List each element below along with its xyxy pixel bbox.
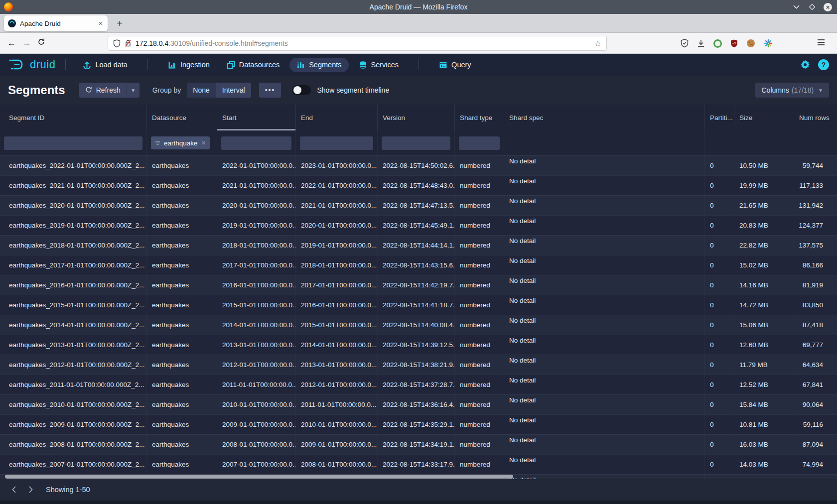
new-tab-button[interactable]: + (114, 18, 126, 29)
nav-item-load-data[interactable]: Load data (76, 58, 135, 72)
cell-segment-id: earthquakes_2018-01-01T00:00:00.000Z_2..… (0, 236, 147, 255)
column-header-num-rows[interactable]: Num rows (794, 105, 837, 130)
datasource-filter-chip[interactable]: earthquake× (151, 136, 210, 149)
tracking-shield-icon[interactable] (113, 39, 121, 48)
cell-shard-type: numbered (455, 255, 504, 275)
filter-cell-num-rows (794, 130, 837, 155)
toggle-knob (293, 86, 301, 94)
footer-strip (0, 501, 837, 504)
cell-version: 2022-08-15T14:34:19.1... (378, 435, 455, 454)
column-header-version[interactable]: Version (378, 105, 455, 130)
column-header-end[interactable]: End (296, 105, 378, 130)
cell-shard-type: numbered (455, 236, 504, 255)
cell-shard-spec: No detail (504, 375, 705, 394)
cell-shard-spec: No detail (504, 415, 705, 434)
nav-divider (418, 59, 419, 70)
cell-segment-id: earthquakes_2008-01-01T00:00:00.000Z_2..… (0, 435, 147, 454)
url-text: 172.18.0.4:30109/unified-console.html#se… (136, 39, 594, 47)
table-row: earthquakes_2015-01-01T00:00:00.000Z_2..… (0, 295, 837, 315)
column-header-datasource[interactable]: Datasource (147, 105, 217, 130)
nav-item-services[interactable]: Services (352, 58, 406, 72)
forward-icon[interactable]: → (19, 38, 34, 48)
url-bar[interactable]: 172.18.0.4:30109/unified-console.html#se… (108, 36, 607, 51)
cell-datasource: earthquakes (147, 236, 217, 255)
cell-start: 2012-01-01T00:00:00.0... (217, 355, 296, 375)
horizontal-scrollbar[interactable] (5, 475, 513, 479)
cell-version: 2022-08-15T14:48:43.0... (378, 176, 455, 195)
services-icon (359, 61, 367, 69)
cell-segment-id: earthquakes_2017-01-01T00:00:00.000Z_2..… (0, 255, 147, 275)
reload-icon[interactable] (34, 38, 49, 48)
filter-input-version[interactable] (382, 136, 450, 150)
chip-close-icon[interactable]: × (202, 139, 206, 147)
filter-input-end[interactable] (300, 136, 373, 150)
cell-segment-id: earthquakes_2011-01-01T00:00:00.000Z_2..… (0, 375, 147, 394)
cookie-icon[interactable] (746, 39, 755, 48)
refresh-button[interactable]: Refresh (79, 83, 127, 98)
cell-version: 2022-08-15T14:38:21.9... (378, 355, 455, 375)
nav-item-datasources[interactable]: Datasources (220, 58, 286, 72)
cell-shard-type: numbered (455, 275, 504, 295)
column-header-label: Segment ID (9, 114, 44, 122)
more-options-button[interactable]: ••• (259, 83, 281, 98)
cell-shard-spec: No detail (504, 216, 705, 235)
next-page-button[interactable] (24, 483, 38, 497)
pocket-shield-icon[interactable] (681, 39, 689, 48)
cell-num-rows: 87,094 (794, 435, 837, 454)
group-by-interval-button[interactable]: Interval (216, 83, 251, 98)
cell-datasource: earthquakes (147, 176, 217, 195)
window-titlebar: Apache Druid — Mozilla Firefox × (0, 0, 837, 14)
columns-button[interactable]: Columns (17/18) ▼ (755, 83, 829, 98)
cell-partition: 0 (705, 315, 734, 335)
filter-input-segment-id[interactable] (4, 136, 142, 150)
cell-version: 2022-08-15T14:47:13.5... (378, 196, 455, 215)
back-icon[interactable]: ← (4, 38, 19, 48)
tab-close-icon[interactable]: × (98, 19, 104, 27)
ublock-icon[interactable]: uO (730, 39, 738, 48)
previous-page-button[interactable] (7, 483, 21, 497)
settings-gear-icon[interactable] (800, 60, 810, 70)
column-header-partiti[interactable]: Partiti... (705, 105, 734, 130)
druid-logo[interactable]: druid (9, 58, 55, 71)
refresh-dropdown-button[interactable]: ▼ (127, 83, 140, 98)
pinwheel-icon[interactable] (764, 39, 773, 48)
column-header-segment-id[interactable]: Segment ID (0, 105, 147, 130)
extension-green-icon[interactable] (713, 39, 722, 48)
cell-segment-id: earthquakes_2007-01-01T00:00:00.000Z_2..… (0, 455, 147, 474)
cell-size: 12.52 MB (734, 375, 794, 394)
column-header-size[interactable]: Size (734, 105, 794, 130)
table-row: earthquakes_2018-01-01T00:00:00.000Z_2..… (0, 235, 837, 255)
nav-item-label: Segments (309, 61, 341, 69)
cell-datasource: earthquakes (147, 216, 217, 235)
column-header-shard-spec[interactable]: Shard spec (504, 105, 705, 130)
cell-start: 2007-01-01T00:00:00.0... (217, 455, 296, 474)
cell-end: 2017-01-01T00:00:00.0... (296, 275, 378, 295)
column-header-start[interactable]: Start (217, 105, 296, 130)
filter-input-start[interactable] (221, 136, 291, 150)
hamburger-menu-icon[interactable] (817, 39, 825, 46)
bookmark-star-icon[interactable]: ☆ (594, 39, 601, 48)
cell-version: 2022-08-15T14:36:16.4... (378, 395, 455, 414)
segment-timeline-toggle[interactable] (292, 85, 311, 95)
group-by-none-button[interactable]: None (187, 83, 215, 98)
cell-end: 2010-01-01T00:00:00.0... (296, 415, 378, 434)
column-header-shard-type[interactable]: Shard type (455, 105, 504, 130)
close-icon[interactable]: × (824, 3, 832, 11)
cell-start: 2009-01-01T00:00:00.0... (217, 415, 296, 434)
nav-item-ingestion[interactable]: Ingestion (161, 58, 217, 72)
cell-datasource: earthquakes (147, 375, 217, 394)
filter-input-shard-type[interactable] (459, 136, 500, 150)
nav-item-query[interactable]: Query (432, 58, 478, 72)
nav-item-segments[interactable]: Segments (289, 58, 348, 72)
download-icon[interactable] (697, 39, 705, 47)
maximize-icon[interactable] (808, 2, 817, 11)
table-row: earthquakes_2012-01-01T00:00:00.000Z_2..… (0, 355, 837, 375)
browser-tab[interactable]: Apache Druid × (4, 15, 108, 31)
help-icon[interactable]: ? (818, 59, 829, 70)
cell-shard-spec: No detail (504, 295, 705, 315)
cell-shard-spec: No detail (504, 435, 705, 454)
insecure-lock-icon[interactable] (125, 39, 132, 47)
cell-start: 2014-01-01T00:00:00.0... (217, 315, 296, 335)
minimize-icon[interactable] (792, 2, 801, 11)
cell-shard-type: numbered (455, 295, 504, 315)
